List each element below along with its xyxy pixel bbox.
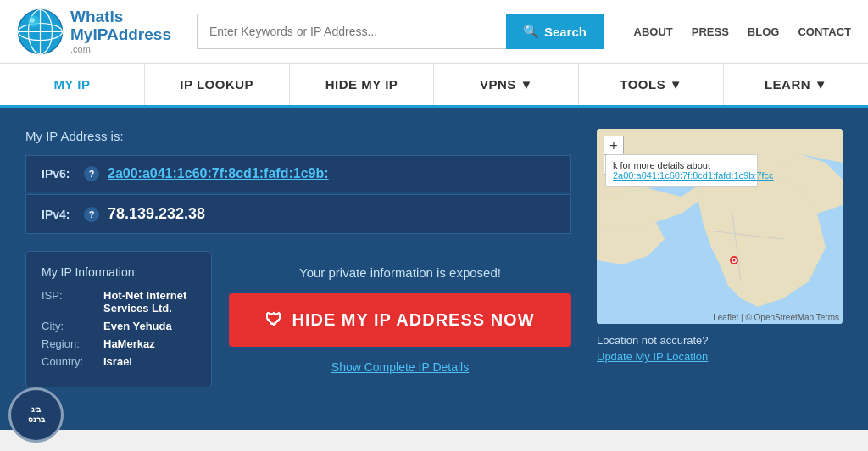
main-content: My IP Address is: IPv6: ? 2a00:a041:1c60… (0, 108, 868, 430)
nav-ip-lookup[interactable]: IP LOOKUP (145, 64, 290, 105)
contact-link[interactable]: CONTACT (798, 25, 851, 38)
city-row: City: Even Yehuda (42, 320, 196, 332)
map-container: + − k for more details about 2a00:a041:1… (597, 129, 843, 324)
region-value: HaMerkaz (103, 337, 155, 350)
logo[interactable]: WhatIs MyIPAddress .com (17, 8, 171, 55)
header-nav: ABOUT PRESS BLOG CONTACT (634, 25, 851, 38)
show-complete-link[interactable]: Show Complete IP Details (331, 360, 469, 374)
shield-icon: 🛡 (265, 310, 283, 330)
ip-info-title: My IP Information: (42, 265, 196, 279)
nav-learn[interactable]: LEARN ▼ (724, 64, 868, 105)
update-location-link[interactable]: Update My IP Location (597, 350, 843, 363)
search-button[interactable]: 🔍 Search (506, 14, 604, 49)
badge-line1: ביג (31, 405, 41, 414)
tooltip-ip-link[interactable]: 2a00:a041:1c60:7f:8cd1:fafd:1c9b:7fcc (613, 170, 774, 181)
press-link[interactable]: PRESS (692, 25, 729, 38)
tooltip-text: k for more details about (613, 160, 710, 170)
blog-link[interactable]: BLOG (748, 25, 780, 38)
location-accuracy-text: Location not accurate? (597, 334, 709, 347)
svg-point-6 (30, 18, 35, 23)
badge-line2: ברנס (28, 415, 45, 424)
ipv6-row: IPv6: ? 2a00:a041:1c60:7f:8cd1:fafd:1c9b… (25, 155, 571, 192)
ip-info-panel: My IP Information: ISP: Hot-Net Internet… (25, 251, 212, 387)
search-input[interactable] (197, 14, 506, 49)
search-icon: 🔍 (523, 24, 539, 39)
cta-panel: Your private information is exposed! 🛡 H… (229, 251, 571, 387)
region-row: Region: HaMerkaz (42, 337, 196, 350)
hide-ip-button[interactable]: 🛡 HIDE MY IP ADDRESS NOW (229, 293, 571, 347)
country-row: Country: Israel (42, 355, 196, 368)
exposed-text: Your private information is exposed! (299, 265, 501, 280)
map-tooltip: k for more details about 2a00:a041:1c60:… (605, 154, 758, 187)
country-value: Israel (103, 355, 132, 368)
ipv6-type-label: IPv6: (42, 167, 75, 181)
nav-tools[interactable]: TOOLS ▼ (579, 64, 724, 105)
isp-value: Hot-Net Internet Services Ltd. (103, 289, 196, 315)
ipv4-value[interactable]: 78.139.232.38 (108, 205, 205, 223)
nav-vpns[interactable]: VPNS ▼ (434, 64, 579, 105)
city-value: Even Yehuda (103, 320, 172, 332)
ipv4-type-label: IPv4: (42, 208, 75, 221)
ip-address-label: My IP Address is: (25, 129, 571, 143)
left-panel: My IP Address is: IPv6: ? 2a00:a041:1c60… (25, 129, 571, 409)
site-header: WhatIs MyIPAddress .com 🔍 Search ABOUT P… (0, 0, 868, 64)
location-info: Location not accurate? Update My IP Loca… (597, 334, 843, 363)
nav-my-ip[interactable]: MY IP (0, 64, 145, 105)
svg-point-17 (733, 259, 736, 262)
region-label: Region: (42, 337, 97, 350)
attribution-text: Leaflet | © OpenStreetMap Terms (713, 313, 839, 322)
main-nav: MY IP IP LOOKUP HIDE MY IP VPNS ▼ TOOLS … (0, 64, 868, 108)
country-label: Country: (42, 355, 97, 368)
ipv6-help-icon[interactable]: ? (84, 166, 99, 181)
nav-hide-my-ip[interactable]: HIDE MY IP (290, 64, 435, 105)
ipv4-help-icon[interactable]: ? (84, 207, 99, 222)
isp-label: ISP: (42, 289, 97, 315)
logo-text: WhatIs MyIPAddress .com (70, 8, 171, 54)
ipv6-value[interactable]: 2a00:a041:1c60:7f:8cd1:fafd:1c9b: (108, 166, 329, 181)
zoom-in-button[interactable]: + (604, 136, 623, 155)
isp-row: ISP: Hot-Net Internet Services Ltd. (42, 289, 196, 315)
city-label: City: (42, 320, 97, 332)
map-panel: + − k for more details about 2a00:a041:1… (597, 129, 843, 409)
ipv4-row: IPv4: ? 78.139.232.38 (25, 194, 571, 234)
bottom-section: My IP Information: ISP: Hot-Net Internet… (25, 251, 571, 387)
search-area: 🔍 Search (197, 14, 604, 49)
about-link[interactable]: ABOUT (634, 25, 673, 38)
map-attribution: Leaflet | © OpenStreetMap Terms (713, 313, 839, 322)
globe-icon (17, 8, 64, 55)
